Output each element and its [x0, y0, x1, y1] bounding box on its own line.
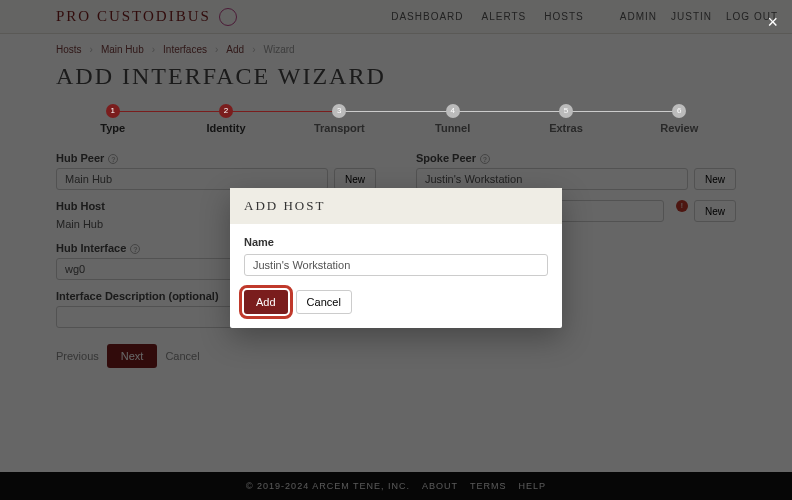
close-icon[interactable]: × — [767, 12, 778, 33]
add-host-modal: ADD HOST Name Add Cancel — [230, 188, 562, 328]
modal-name-input[interactable] — [244, 254, 548, 276]
modal-add-button[interactable]: Add — [244, 290, 288, 314]
modal-title: ADD HOST — [230, 188, 562, 224]
modal-name-label: Name — [244, 236, 548, 248]
modal-cancel-button[interactable]: Cancel — [296, 290, 352, 314]
